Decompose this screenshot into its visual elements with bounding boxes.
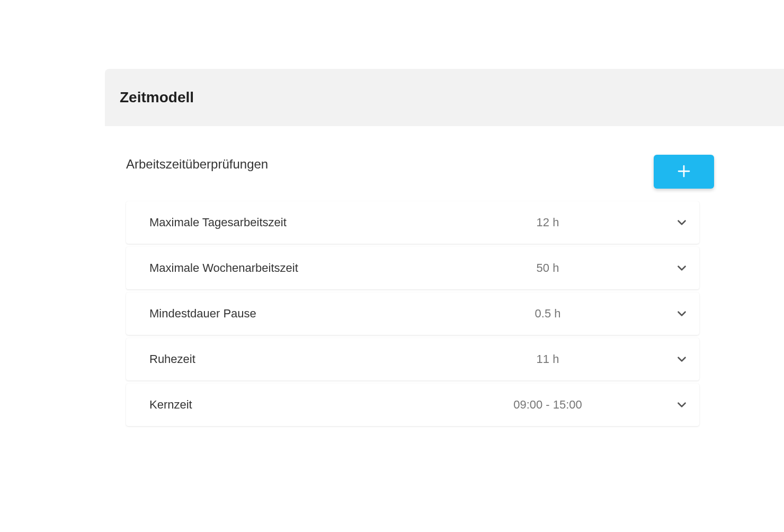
row-label: Kernzeit <box>149 398 511 412</box>
row-label: Ruhezeit <box>149 352 511 366</box>
chevron-down-icon <box>675 307 689 321</box>
add-button[interactable] <box>654 155 714 189</box>
chevron-down-icon <box>675 352 689 366</box>
section-header: Arbeitszeitüberprüfungen <box>126 155 699 189</box>
row-value: 09:00 - 15:00 <box>511 398 585 412</box>
row-label: Maximale Wochenarbeitszeit <box>149 261 511 275</box>
row-min-break-duration[interactable]: Mindestdauer Pause 0.5 h <box>126 292 699 335</box>
chevron-down-icon <box>675 261 689 275</box>
chevron-down-icon <box>675 398 689 412</box>
plus-icon <box>676 163 692 181</box>
rows-container: Maximale Tagesarbeitszeit 12 h Maximale … <box>126 201 699 426</box>
row-max-daily-worktime[interactable]: Maximale Tagesarbeitszeit 12 h <box>126 201 699 244</box>
page-title: Zeitmodell <box>120 89 784 106</box>
row-core-time[interactable]: Kernzeit 09:00 - 15:00 <box>126 384 699 426</box>
section-worktime-checks: Arbeitszeitüberprüfungen Maximale Tagesa… <box>126 155 699 426</box>
section-title: Arbeitszeitüberprüfungen <box>126 155 268 172</box>
chevron-down-icon <box>675 216 689 229</box>
row-value: 50 h <box>511 261 585 275</box>
row-label: Mindestdauer Pause <box>149 307 511 321</box>
row-value: 0.5 h <box>511 307 585 321</box>
row-value: 11 h <box>511 352 585 366</box>
row-max-weekly-worktime[interactable]: Maximale Wochenarbeitszeit 50 h <box>126 247 699 289</box>
row-label: Maximale Tagesarbeitszeit <box>149 216 511 229</box>
row-rest-time[interactable]: Ruhezeit 11 h <box>126 338 699 380</box>
panel-header: Zeitmodell <box>105 69 784 126</box>
row-value: 12 h <box>511 216 585 229</box>
